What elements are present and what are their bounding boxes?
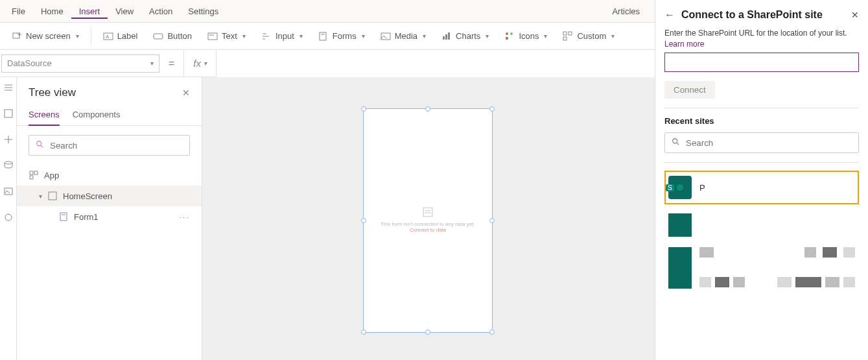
custom-button[interactable]: Custom ▾ [556,29,621,44]
text-label: Text [222,31,237,41]
svg-rect-38 [60,213,67,221]
svg-rect-16 [448,32,450,40]
sharepoint-url-input[interactable] [664,53,859,72]
chevron-down-icon: ▾ [150,60,154,67]
tree-icon[interactable] [3,108,14,119]
tree-search-input[interactable] [50,141,183,150]
text-button[interactable]: Text ▾ [201,29,252,44]
site-item[interactable] [664,242,859,294]
property-value: DataSource [7,58,52,68]
tree-header: Tree view ✕ [17,77,202,106]
tree-view-panel: Tree view ✕ Screens Components App [17,77,202,360]
new-screen-button[interactable]: New screen ▾ [5,29,86,44]
recent-search-input[interactable] [686,138,852,148]
custom-label: Custom [577,31,606,41]
svg-line-33 [41,145,43,147]
icons-button[interactable]: Icons ▾ [498,29,554,44]
new-screen-label: New screen [26,31,71,41]
divider [664,162,859,163]
svg-rect-6 [208,33,217,40]
sharepoint-site-icon: S [668,176,692,199]
button-button[interactable]: Button [147,29,198,44]
tree-search[interactable] [29,135,190,156]
media-rail-icon[interactable] [3,186,14,197]
custom-icon [563,31,573,42]
svg-rect-0 [13,33,19,38]
site-item-highlighted[interactable]: S P [664,171,859,204]
button-label: Button [167,31,192,41]
menu-view[interactable]: View [108,4,141,19]
svg-rect-26 [5,110,12,117]
tree-node-form1[interactable]: Form1 ··· [17,206,202,227]
charts-label: Charts [456,31,480,41]
fx-button[interactable]: fx ▾ [183,50,217,77]
sharepoint-site-icon [668,247,692,289]
svg-point-43 [673,138,677,143]
svg-rect-37 [49,192,56,200]
tab-screens[interactable]: Screens [29,106,60,126]
media-button[interactable]: Media ▾ [374,29,432,44]
panel-header: ← Connect to a SharePoint site ✕ [655,0,868,29]
close-icon[interactable]: ✕ [851,10,859,20]
back-arrow-icon[interactable]: ← [664,9,675,21]
input-label: Input [276,31,294,41]
label-label: Label [117,31,138,41]
charts-button[interactable]: Charts ▾ [435,29,495,44]
menu-articles[interactable]: Articles [604,4,648,19]
svg-point-29 [5,162,12,164]
property-selector[interactable]: DataSource ▾ [1,54,159,73]
left-rail [0,77,17,360]
form-empty-link[interactable]: Connect to data [364,227,492,233]
input-button[interactable]: Input ▾ [255,29,309,44]
svg-rect-35 [34,171,38,174]
menu-home[interactable]: Home [33,4,71,19]
tree-body: App ▾ HomeScreen Form1 ··· [17,165,202,360]
svg-rect-13 [381,33,390,40]
site-label: P [699,183,705,193]
equals-label: = [159,58,183,69]
menu-settings[interactable]: Settings [180,4,226,19]
plus-icon[interactable] [3,134,14,145]
chevron-down-icon: ▾ [362,32,365,40]
svg-point-17 [506,32,508,35]
label-button[interactable]: A Label [97,29,145,44]
menu-file[interactable]: File [4,4,33,19]
sharepoint-panel: ← Connect to a SharePoint site ✕ Enter t… [655,0,868,360]
learn-more-link[interactable]: Learn more [664,40,704,49]
svg-rect-15 [445,34,447,40]
panel-body: Enter the SharePoint URL for the locatio… [655,29,868,360]
forms-button[interactable]: Forms ▾ [312,29,371,44]
connect-button[interactable]: Connect [664,81,715,99]
more-icon[interactable]: ··· [179,212,190,222]
label-icon: A [103,31,113,42]
svg-rect-40 [423,208,432,217]
form-control[interactable]: This form isn't connected to any data ye… [363,108,493,333]
hamburger-icon[interactable] [3,82,14,93]
menu-action[interactable]: Action [141,4,180,19]
recent-search[interactable] [664,132,859,153]
divider [664,108,859,108]
tree-node-label: HomeScreen [63,191,112,201]
tree-title: Tree view [29,86,76,99]
icons-label: Icons [519,31,539,41]
plus-screen-icon [12,31,22,42]
site-item[interactable] [664,208,859,242]
close-icon[interactable]: ✕ [182,88,190,98]
sharepoint-site-icon [668,213,692,237]
tree-node-homescreen[interactable]: ▾ HomeScreen [17,186,202,206]
app-icon [29,170,39,180]
screen-icon [47,191,58,201]
tab-components[interactable]: Components [73,106,121,125]
svg-rect-36 [30,176,33,179]
svg-text:A: A [106,34,110,40]
forms-icon [318,31,329,42]
button-icon [153,31,163,42]
data-icon[interactable] [3,160,14,171]
media-label: Media [395,31,417,41]
media-icon [381,31,391,42]
form-icon [58,211,69,222]
input-icon [261,31,272,42]
tools-icon[interactable] [3,212,14,222]
tree-node-app[interactable]: App [17,165,202,186]
menu-insert[interactable]: Insert [71,4,108,19]
